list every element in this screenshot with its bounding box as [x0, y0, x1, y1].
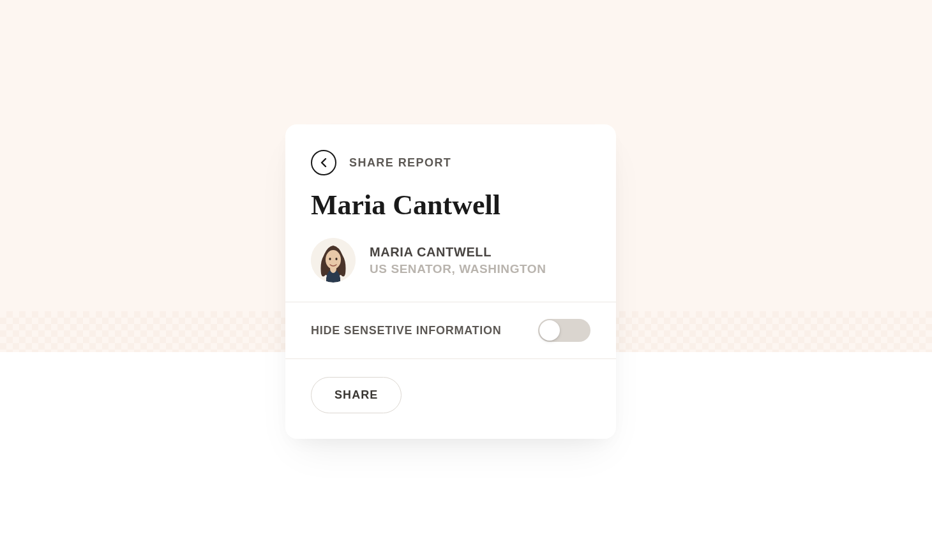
footer-row: SHARE	[285, 359, 616, 439]
share-button[interactable]: SHARE	[311, 377, 402, 413]
profile-title: US SENATOR, WASHINGTON	[370, 262, 546, 276]
svg-point-4	[329, 258, 331, 260]
avatar-image	[311, 238, 356, 283]
toggle-row: HIDE SENSETIVE INFORMATION	[285, 302, 616, 358]
hide-sensitive-label: HIDE SENSETIVE INFORMATION	[311, 324, 501, 337]
card-header: SHARE REPORT Maria Cantwell	[285, 124, 616, 302]
person-name-heading: Maria Cantwell	[311, 191, 590, 220]
header-label: SHARE REPORT	[349, 156, 451, 170]
chevron-left-icon	[320, 158, 327, 168]
avatar	[311, 238, 356, 283]
back-button[interactable]	[311, 150, 336, 175]
share-report-card: SHARE REPORT Maria Cantwell	[285, 124, 616, 439]
header-row: SHARE REPORT	[311, 150, 590, 175]
toggle-knob	[539, 320, 560, 341]
profile-text: MARIA CANTWELL US SENATOR, WASHINGTON	[370, 245, 546, 276]
profile-name: MARIA CANTWELL	[370, 245, 546, 260]
hide-sensitive-toggle[interactable]	[538, 319, 590, 342]
svg-point-5	[335, 258, 337, 260]
profile-row: MARIA CANTWELL US SENATOR, WASHINGTON	[311, 238, 590, 302]
